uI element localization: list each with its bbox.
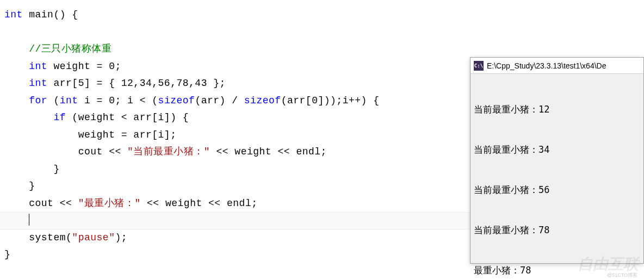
keyword-int: int (4, 9, 23, 20)
string-literal: "最重小猪：" (78, 198, 141, 209)
code-line: } (4, 161, 468, 178)
code-line: system("pause"); (4, 229, 468, 247)
code-line: //三只小猪称体重 (4, 41, 468, 58)
console-line: 当前最重小猪：56 (474, 183, 640, 197)
code-line: if (weight < arr[i]) { (4, 109, 468, 127)
console-line: 当前最重小猪：78 (474, 223, 640, 237)
code-line: cout << "当前最重小猪：" << weight << endl; (4, 144, 468, 161)
keyword-sizeof: sizeof (158, 95, 195, 106)
keyword-for: for (29, 95, 47, 106)
code-line: int arr[5] = { 12,34,56,78,43 }; (4, 75, 468, 92)
code-line-blank (4, 24, 468, 41)
string-literal: "pause" (72, 232, 115, 243)
keyword-if: if (53, 112, 66, 123)
code-line: } (4, 178, 468, 195)
console-window[interactable]: C:\ E:\Cpp_Study\23.3.13\test1\x64\De 当前… (470, 57, 644, 264)
text-cursor (29, 214, 29, 226)
console-output: 当前最重小猪：12 当前最重小猪：34 当前最重小猪：56 当前最重小猪：78 … (470, 74, 643, 280)
keyword-int: int (60, 95, 78, 106)
code-editor[interactable]: int main() { //三只小猪称体重 int weight = 0; i… (0, 0, 468, 270)
console-line: 当前最重小猪：34 (474, 143, 640, 157)
code-line: int weight = 0; (4, 58, 468, 76)
code-line: int main() { (4, 7, 468, 24)
code-line: cout << "最重小猪：" << weight << endl; (4, 195, 468, 213)
code-line-cursor (4, 212, 468, 229)
keyword-int: int (29, 61, 47, 72)
console-line: 当前最重小猪：12 (474, 103, 640, 116)
keyword-sizeof: sizeof (244, 95, 281, 106)
keyword-int: int (29, 78, 47, 89)
watermark-credit: @51CTO博客 (607, 272, 637, 279)
code-line: weight = arr[i]; (4, 127, 468, 144)
code-line: for (int i = 0; i < (sizeof(arr) / sizeo… (4, 92, 468, 110)
console-title: E:\Cpp_Study\23.3.13\test1\x64\De (487, 61, 606, 70)
code-line: } (4, 246, 468, 264)
console-titlebar[interactable]: C:\ E:\Cpp_Study\23.3.13\test1\x64\De (470, 58, 643, 74)
string-literal: "当前最重小猪：" (127, 146, 210, 157)
console-icon: C:\ (474, 61, 484, 71)
comment: //三只小猪称体重 (29, 43, 112, 54)
